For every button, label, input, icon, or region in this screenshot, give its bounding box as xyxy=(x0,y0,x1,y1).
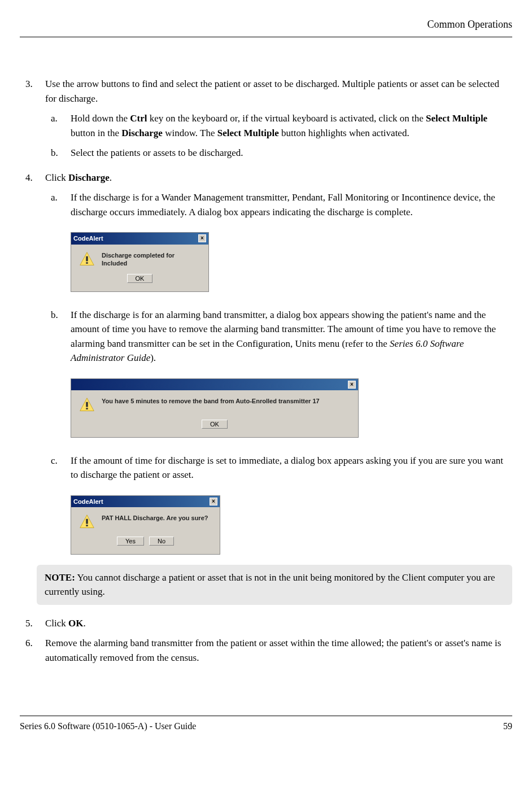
step-4: 4. Click Discharge. a. If the discharge … xyxy=(20,171,512,224)
step-4b: b. If the discharge is for an alarming b… xyxy=(45,308,512,365)
discharge-bold: Discharge xyxy=(121,128,163,138)
sub-letter: a. xyxy=(45,190,71,219)
dialog-titlebar: CodeAlert × xyxy=(71,496,220,508)
step-number: 4. xyxy=(20,171,45,224)
step-4a: a. If the discharge is for a Wander Mana… xyxy=(45,190,512,219)
dialog-body: PAT HALL Discharge. Are you sure? xyxy=(71,507,220,537)
sub-letter: c. xyxy=(45,454,71,482)
dialog-body: Discharge completed for Included xyxy=(71,245,208,274)
page-footer: Series 6.0 Software (0510-1065-A) - User… xyxy=(20,716,512,733)
step-3a: a. Hold down the Ctrl key on the keyboar… xyxy=(45,111,512,140)
select-multiple-1: Select Multiple xyxy=(426,113,487,124)
step-text: Click OK. xyxy=(45,616,512,631)
yes-button[interactable]: Yes xyxy=(117,537,144,546)
sub-text: If the discharge is for a Wander Managem… xyxy=(71,190,512,219)
note-box: NOTE: You cannot discharge a patient or … xyxy=(37,565,512,605)
select-multiple-2: Select Multiple xyxy=(217,128,279,138)
svg-rect-5 xyxy=(86,408,88,409)
discharge-action: Discharge xyxy=(68,172,110,183)
ok-button[interactable]: OK xyxy=(202,420,228,429)
step-number: 3. xyxy=(20,77,45,165)
sub-text: If the discharge is for an alarming band… xyxy=(71,308,512,365)
dialog-buttons: Yes No xyxy=(71,537,220,554)
dialog-titlebar: CodeAlert × xyxy=(71,233,208,245)
sub-text: Hold down the Ctrl key on the keyboard o… xyxy=(71,111,512,140)
header-rule xyxy=(20,37,512,37)
dialog-message: PAT HALL Discharge. Are you sure? xyxy=(102,514,208,522)
step-number: 6. xyxy=(20,636,45,665)
dialog-body: You have 5 minutes to remove the band fr… xyxy=(71,390,358,420)
dialog-confirm-discharge: CodeAlert × PAT HALL Discharge. Are you … xyxy=(71,495,220,555)
sub-text: Select the patients or assets to be disc… xyxy=(71,146,512,160)
svg-rect-2 xyxy=(86,262,88,264)
dialog-title-text: CodeAlert xyxy=(73,497,103,507)
sub-letter: b. xyxy=(45,308,71,365)
dialog-message: Discharge completed for Included xyxy=(102,251,200,268)
no-button[interactable]: No xyxy=(149,537,174,546)
header-title: Common Operations xyxy=(428,19,513,30)
step-text: Use the arrow buttons to find and select… xyxy=(45,77,512,165)
ctrl-key: Ctrl xyxy=(130,113,147,124)
dialog-1-figure: CodeAlert × Discharge completed for Incl… xyxy=(71,232,512,292)
step-5: 5. Click OK. xyxy=(20,616,512,631)
close-icon[interactable]: × xyxy=(210,498,217,505)
warning-icon xyxy=(79,251,95,267)
svg-rect-8 xyxy=(86,525,88,526)
sub-letter: b. xyxy=(45,146,71,160)
step-3-text: Use the arrow buttons to find and select… xyxy=(45,79,499,104)
warning-icon xyxy=(79,397,95,413)
svg-rect-1 xyxy=(86,256,88,261)
close-icon[interactable]: × xyxy=(198,234,206,242)
warning-icon xyxy=(79,514,95,530)
dialog-2-figure: × You have 5 minutes to remove the band … xyxy=(71,378,512,438)
note-label: NOTE: xyxy=(45,572,75,583)
step-4c: c. If the amount of time for discharge i… xyxy=(45,454,512,482)
note-text: You cannot discharge a patient or asset … xyxy=(45,572,495,598)
dialog-3-figure: CodeAlert × PAT HALL Discharge. Are you … xyxy=(71,495,512,555)
svg-rect-7 xyxy=(86,519,88,524)
step-text: Click Discharge. a. If the discharge is … xyxy=(45,171,512,224)
sub-letter: a. xyxy=(45,111,71,140)
step-4b-wrap: b. If the discharge is for an alarming b… xyxy=(20,302,512,370)
step-3: 3. Use the arrow buttons to find and sel… xyxy=(20,77,512,165)
close-icon[interactable]: × xyxy=(348,381,356,389)
page-header: Common Operations xyxy=(20,17,512,32)
dialog-titlebar: × xyxy=(71,379,358,391)
ok-button[interactable]: OK xyxy=(127,274,153,283)
step-6: 6. Remove the alarming band transmitter … xyxy=(20,636,512,665)
svg-rect-4 xyxy=(86,402,88,407)
step-4c-wrap: c. If the amount of time for discharge i… xyxy=(20,448,512,487)
dialog-message: You have 5 minutes to remove the band fr… xyxy=(102,397,320,405)
step-number: 5. xyxy=(20,616,45,631)
footer-page-number: 59 xyxy=(503,720,512,733)
dialog-discharge-complete: CodeAlert × Discharge completed for Incl… xyxy=(71,232,209,292)
ok-bold: OK xyxy=(68,618,83,629)
dialog-buttons: OK xyxy=(71,420,358,437)
step-3b: b. Select the patients or assets to be d… xyxy=(45,146,512,160)
main-content: 3. Use the arrow buttons to find and sel… xyxy=(20,77,512,665)
dialog-title-text: CodeAlert xyxy=(73,234,103,243)
footer-left: Series 6.0 Software (0510-1065-A) - User… xyxy=(20,720,196,733)
dialog-buttons: OK xyxy=(71,274,208,291)
step-text: Remove the alarming band transmitter fro… xyxy=(45,636,512,665)
sub-text: If the amount of time for discharge is s… xyxy=(71,454,512,482)
dialog-remove-band: × You have 5 minutes to remove the band … xyxy=(71,378,359,438)
